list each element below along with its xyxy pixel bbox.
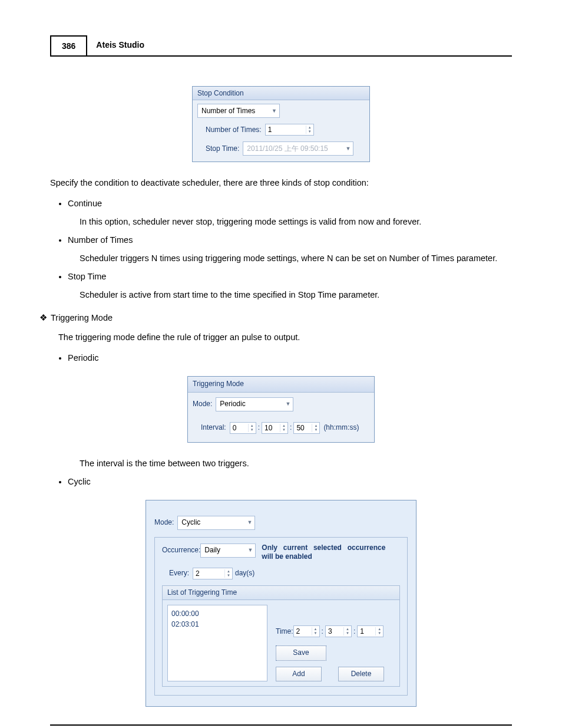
mode-label: Mode:	[154, 518, 174, 528]
delete-button[interactable]: Delete	[338, 667, 384, 681]
save-button[interactable]: Save	[276, 645, 326, 660]
interval-desc: The interval is the time between two tri…	[80, 457, 512, 470]
colon-separator: :	[290, 423, 292, 433]
num-times-input[interactable]	[266, 124, 306, 135]
list-item[interactable]: 00:00:00	[171, 609, 263, 619]
num-times-spinner[interactable]: ▲▼	[265, 124, 314, 136]
numtimes-heading: Number of Times	[68, 235, 133, 245]
stop-time-value: 2011/10/25 上午 09:50:15	[247, 144, 328, 154]
chevron-down-icon: ▼	[247, 546, 253, 554]
page-header: 386 Ateis Studio	[50, 35, 512, 57]
stop-time-dropdown: 2011/10/25 上午 09:50:15 ▼	[243, 141, 353, 156]
header-title: Ateis Studio	[87, 35, 153, 55]
spinner-buttons-icon[interactable]: ▲▼	[312, 627, 319, 635]
interval-ss-input[interactable]	[294, 423, 312, 433]
intro-text: Specify the condition to deactivate sche…	[50, 177, 512, 189]
stop-time-label: Stop Time:	[206, 144, 239, 153]
stop-condition-panel: Stop Condition Number of Times ▼ Number …	[192, 86, 370, 162]
panel-title: Triggering Mode	[188, 377, 374, 392]
time-h-input[interactable]	[294, 626, 312, 637]
spinner-buttons-icon[interactable]: ▲▼	[312, 424, 319, 432]
mode-label: Mode:	[193, 399, 212, 409]
panel-title: Stop Condition	[193, 87, 369, 100]
numtimes-desc: Scheduler triggers N times using trigger…	[80, 252, 512, 265]
stoptime-desc: Scheduler is active from start time to t…	[80, 289, 512, 301]
list-item[interactable]: 02:03:01	[171, 620, 263, 630]
triggering-mode-panel: Triggering Mode Mode: Periodic ▼ Interva…	[187, 376, 375, 442]
occurrence-dropdown[interactable]: Daily ▼	[200, 543, 256, 558]
time-s-spinner[interactable]: ▲▼	[357, 625, 384, 637]
spinner-buttons-icon[interactable]: ▲▼	[280, 424, 287, 432]
mode-value: Periodic	[220, 399, 245, 409]
spinner-buttons-icon[interactable]: ▲▼	[224, 569, 232, 578]
interval-mm-input[interactable]	[262, 423, 280, 433]
colon-separator: :	[322, 627, 323, 637]
dropdown-value: Number of Times	[201, 107, 255, 115]
add-button[interactable]: Add	[276, 667, 322, 681]
chevron-down-icon: ▼	[285, 400, 290, 408]
interval-label: Interval:	[201, 423, 226, 433]
triggering-mode-desc: The triggering mode define the rule of t…	[58, 331, 512, 344]
stoptime-heading: Stop Time	[68, 272, 106, 281]
every-unit: day(s)	[235, 568, 254, 578]
colon-separator: :	[258, 423, 260, 433]
occurrence-value: Daily	[204, 545, 220, 555]
every-spinner[interactable]: ▲▼	[193, 568, 233, 579]
every-label: Every:	[169, 568, 189, 578]
time-m-input[interactable]	[326, 626, 343, 637]
spinner-buttons-icon[interactable]: ▲▼	[375, 627, 383, 635]
spinner-buttons-icon[interactable]: ▲▼	[306, 126, 313, 134]
interval-hh-input[interactable]	[230, 423, 248, 433]
interval-mm-spinner[interactable]: ▲▼	[262, 422, 288, 434]
interval-unit: (hh:mm:ss)	[323, 423, 359, 433]
chevron-down-icon: ▼	[272, 108, 277, 114]
time-s-input[interactable]	[358, 626, 375, 637]
continue-desc: In this option, scheduler never stop, tr…	[80, 216, 512, 228]
time-label: Time:	[276, 627, 293, 637]
time-h-spinner[interactable]: ▲▼	[293, 625, 320, 637]
every-input[interactable]	[193, 568, 224, 579]
num-times-label: Number of Times:	[206, 126, 262, 134]
chevron-down-icon: ▼	[345, 146, 351, 151]
spinner-buttons-icon[interactable]: ▲▼	[343, 627, 351, 635]
continue-heading: Continue	[68, 199, 102, 208]
time-m-spinner[interactable]: ▲▼	[325, 625, 352, 637]
occurrence-label: Occurrence:	[162, 545, 200, 555]
diamond-icon: ❖	[39, 312, 47, 324]
cyclic-heading: Cyclic	[68, 477, 91, 486]
triggering-mode-heading: Triggering Mode	[51, 312, 113, 324]
colon-separator: :	[353, 627, 355, 637]
triggering-time-list[interactable]: 00:00:00 02:03:01	[167, 605, 267, 681]
periodic-heading: Periodic	[68, 353, 98, 363]
page-number: 386	[50, 35, 87, 55]
spinner-buttons-icon[interactable]: ▲▼	[248, 424, 256, 432]
chevron-down-icon: ▼	[247, 519, 252, 526]
mode-dropdown[interactable]: Periodic ▼	[216, 397, 293, 411]
interval-hh-spinner[interactable]: ▲▼	[230, 422, 256, 434]
cyclic-panel: Mode: Cyclic ▼ Occurrence: Daily ▼	[146, 500, 416, 707]
interval-ss-spinner[interactable]: ▲▼	[293, 422, 320, 434]
cyclic-mode-dropdown[interactable]: Cyclic ▼	[177, 516, 255, 530]
list-title: List of Triggering Time	[163, 586, 399, 600]
mode-value: Cyclic	[181, 518, 200, 528]
page-footer: © 2012 ATEÏS	[50, 724, 512, 728]
occurrence-note: Only current selected occurrence will be…	[262, 543, 385, 562]
stop-condition-dropdown[interactable]: Number of Times ▼	[197, 104, 280, 118]
